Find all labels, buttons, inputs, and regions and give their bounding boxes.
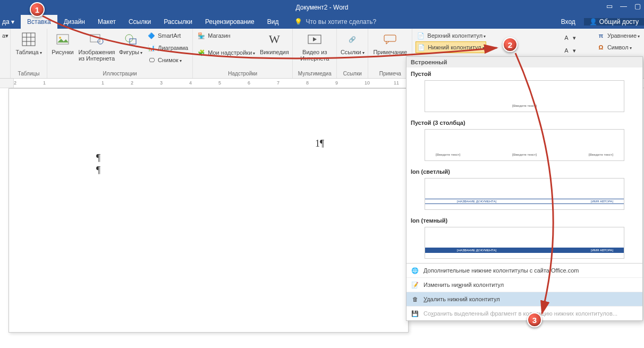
placeholder-text: [Введите текст]	[589, 153, 613, 156]
header-icon: 📄	[417, 31, 425, 40]
placeholder-docname: [НАЗВАНИЕ ДОКУМЕНТА]	[457, 249, 496, 252]
equation-icon: π	[597, 31, 605, 40]
media-group-label: Мультимедиа	[293, 70, 336, 78]
gallery-item-blank-3col[interactable]: Пустой (3 столбца) [Введите текст] [Введ…	[406, 116, 642, 165]
share-button[interactable]: 👤 Общий досту	[584, 18, 644, 26]
paragraph-mark: ¶	[96, 165, 100, 176]
tab-layout[interactable]: Макет	[91, 15, 122, 29]
tab-design[interactable]: Дизайн	[57, 15, 91, 29]
tab-mailings[interactable]: Рассылки	[157, 15, 199, 29]
shapes-icon	[122, 31, 139, 48]
my-addins-button[interactable]: 🧩Мои надстройки	[196, 47, 256, 58]
placeholder-text: [Введите текст]	[436, 153, 460, 156]
tab-insert[interactable]: Вставка	[21, 15, 57, 29]
gallery-preview: [Введите текст] [Введите текст] [Введите…	[425, 129, 624, 161]
document-page-number: 1¶	[315, 138, 324, 149]
symbol-label: Символ	[607, 44, 632, 50]
ribbon-display-icon[interactable]: ▭	[606, 2, 613, 10]
online-video-button[interactable]: Видео из Интернета	[296, 30, 333, 62]
link-icon: 🔗	[344, 31, 361, 48]
svg-rect-5	[57, 35, 69, 44]
screenshot-label: Снимок	[158, 57, 182, 63]
links-button[interactable]: 🔗 Ссылки	[340, 30, 365, 56]
cover-page-partial[interactable]: а▾	[1, 30, 10, 41]
equation-label: Уравнение	[607, 32, 640, 39]
gallery-preview: [НАЗВАНИЕ ДОКУМЕНТА] [ИМЯ АВТОРА]	[425, 178, 624, 210]
paragraph-mark: ¶	[96, 152, 100, 164]
share-label: Общий досту	[599, 18, 639, 26]
ruler-tick: 5	[218, 80, 221, 86]
picture-icon	[54, 31, 71, 48]
placeholder-text: [Введите текст]	[512, 104, 537, 107]
symbol-icon: Ω	[597, 43, 605, 52]
wikipedia-button[interactable]: W Википедия	[259, 30, 289, 55]
edit-icon: 📝	[411, 281, 419, 289]
ruler-tick: 1	[101, 80, 104, 86]
gallery-item-label: Пустой (3 столбца)	[410, 117, 639, 129]
tab-view[interactable]: Вид	[261, 15, 285, 29]
equation-button[interactable]: πУравнение	[596, 30, 641, 41]
store-label: Магазин	[208, 32, 230, 39]
edit-footer[interactable]: 📝 Изменить нижний колонтитул	[406, 277, 642, 292]
links-label: Ссылки	[341, 49, 365, 56]
ruler-tick: 2	[14, 80, 16, 86]
pictures-label: Рисунки	[52, 49, 74, 55]
minimize-icon[interactable]: —	[620, 2, 627, 10]
chart-button[interactable]: 📊Диаграмма	[146, 42, 189, 54]
textbox-btn-b[interactable]: A▾	[561, 45, 577, 56]
ruler-tick: 2	[131, 80, 133, 86]
file-tab-partial[interactable]: да ▾	[0, 15, 21, 29]
shapes-button[interactable]: Фигуры	[118, 30, 143, 56]
placeholder-author: [ИМЯ АВТОРА]	[591, 249, 613, 252]
ruler-tick: 10	[365, 80, 370, 86]
pictures-button[interactable]: Рисунки	[50, 30, 75, 55]
footer-gallery-dropdown: Встроенный Пустой [Введите текст] Пустой…	[406, 56, 643, 321]
online-pictures-button[interactable]: Изображения из Интернета	[78, 30, 115, 62]
gallery-item-label: Ion (темный)	[410, 215, 639, 227]
smartart-icon: 🔷	[147, 31, 156, 40]
ruler-tick: 6	[248, 80, 250, 86]
shapes-label: Фигуры	[119, 49, 142, 56]
tab-review[interactable]: Рецензирование	[199, 15, 261, 29]
gallery-item-ion-light[interactable]: Ion (светлый) [НАЗВАНИЕ ДОКУМЕНТА] [ИМЯ …	[406, 165, 642, 214]
wikipedia-label: Википедия	[260, 49, 289, 55]
smartart-button[interactable]: 🔷SmartArt	[146, 30, 189, 41]
chart-icon: 📊	[147, 44, 156, 52]
ruler-tick: 9	[335, 80, 338, 86]
wikipedia-icon: W	[266, 31, 283, 48]
screenshot-icon: 🖵	[147, 56, 156, 64]
footer-button[interactable]: 📄Нижний колонтитул	[416, 41, 486, 53]
more-footers-office-com[interactable]: 🌐 Дополнительные нижние колонтитулы с са…	[406, 263, 642, 277]
footer-label: Нижний колонтитул	[428, 44, 484, 50]
textbox-btn-a[interactable]: A▾	[561, 32, 577, 44]
smartart-label: SmartArt	[158, 32, 181, 39]
header-button[interactable]: 📄Верхний колонтитул	[416, 30, 487, 41]
remove-footer[interactable]: 🗑 Удалить нижний колонтитул	[406, 292, 642, 306]
ruler-tick: 11	[394, 80, 399, 86]
gallery-preview: [НАЗВАНИЕ ДОКУМЕНТА] [ИМЯ АВТОРА]	[425, 227, 624, 259]
annotation-marker-1: 1	[30, 2, 45, 17]
tell-me-search[interactable]: 💡 Что вы хотите сделать?	[294, 15, 376, 29]
header-label: Верхний колонтитул	[427, 32, 486, 39]
svg-rect-7	[90, 35, 100, 42]
share-icon: 👤	[589, 18, 597, 26]
symbol-button[interactable]: ΩСимвол	[596, 41, 633, 53]
ruler-tick: 7	[277, 80, 279, 86]
tab-references[interactable]: Ссылки	[122, 15, 157, 29]
maximize-icon[interactable]: ▢	[634, 2, 641, 10]
comment-button[interactable]: Примечание	[371, 30, 409, 55]
table-button[interactable]: Таблица	[14, 30, 44, 56]
gallery-item-label: Ion (светлый)	[410, 166, 639, 178]
placeholder-author: [ИМЯ АВТОРА]	[591, 200, 613, 203]
links-group-label: Ссылки	[337, 70, 368, 78]
gallery-section-builtin: Встроенный	[406, 57, 642, 67]
title-bar: Документ2 - Word ▭ — ▢	[0, 0, 644, 15]
document-page[interactable]: 1¶ ¶ ¶	[9, 88, 409, 333]
placeholder-docname: [НАЗВАНИЕ ДОКУМЕНТА]	[457, 200, 496, 203]
sign-in-link[interactable]: Вход	[555, 18, 582, 26]
store-button[interactable]: 🏪Магазин	[196, 30, 256, 41]
gallery-item-ion-dark[interactable]: Ion (темный) [НАЗВАНИЕ ДОКУМЕНТА] [ИМЯ А…	[406, 214, 642, 263]
my-addins-label: Мои надстройки	[208, 49, 255, 56]
screenshot-button[interactable]: 🖵Снимок	[146, 54, 189, 66]
gallery-item-blank[interactable]: Пустой [Введите текст]	[406, 67, 642, 116]
